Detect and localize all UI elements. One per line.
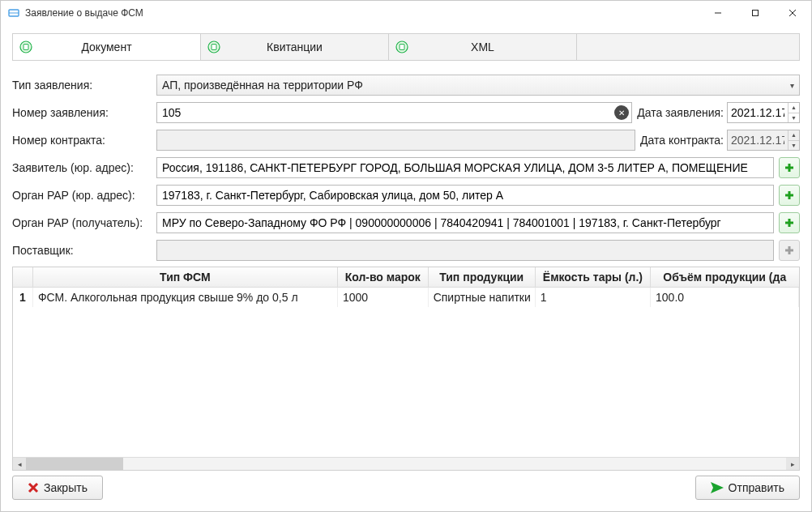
tab-label: Документ [81, 41, 131, 53]
svg-rect-11 [400, 45, 404, 50]
send-button[interactable]: Отправить [695, 476, 800, 500]
maximize-button[interactable] [737, 1, 774, 25]
label-app-number: Номер заявления: [12, 106, 152, 119]
minimize-button[interactable] [699, 1, 737, 25]
svg-rect-9 [212, 45, 216, 50]
send-button-label: Отправить [729, 481, 784, 494]
supplier-input[interactable] [156, 240, 774, 261]
contract-date-value[interactable] [728, 134, 788, 147]
clear-icon[interactable]: ✕ [614, 105, 629, 120]
cell-type-fsm: ФСМ. Алкогольная продукция свыше 9% до 0… [32, 288, 337, 308]
col-rownum [13, 267, 32, 288]
chevron-down-icon[interactable]: ▼ [788, 141, 799, 151]
label-app-type: Тип заявления: [12, 79, 152, 92]
svg-rect-7 [24, 45, 28, 50]
scrollbar-thumb[interactable] [26, 458, 123, 470]
cell-prod-type: Спиртные напитки [428, 288, 535, 308]
label-rar-addr: Орган РАР (юр. адрес): [12, 189, 152, 202]
rar-recipient-input[interactable] [156, 212, 774, 233]
add-rar-recipient-button[interactable] [779, 212, 800, 233]
window-title: Заявление о выдаче ФСМ [25, 7, 699, 19]
svg-rect-3 [753, 11, 759, 16]
add-rar-addr-button[interactable] [779, 185, 800, 206]
date-spinner[interactable]: ▲▼ [788, 103, 799, 122]
titlebar: Заявление о выдаче ФСМ [1, 1, 811, 25]
scroll-left-icon[interactable]: ◂ [13, 458, 26, 470]
col-capacity[interactable]: Ёмкость тары (л.) [535, 267, 650, 288]
scroll-right-icon[interactable]: ▸ [786, 458, 799, 470]
label-applicant: Заявитель (юр. адрес): [12, 161, 152, 174]
cell-qty: 1000 [337, 288, 428, 308]
chevron-up-icon[interactable]: ▲ [788, 103, 799, 113]
date-spinner[interactable]: ▲▼ [788, 130, 799, 150]
send-icon [711, 482, 724, 493]
doc-icon [207, 41, 220, 53]
client-area: Документ Квитанции XML Тип заявления: АП… [1, 25, 811, 511]
app-date-input[interactable]: ▲▼ [727, 102, 800, 123]
contract-number-input[interactable] [156, 130, 635, 151]
cell-rownum: 1 [13, 288, 32, 308]
tab-xml[interactable]: XML [389, 34, 577, 60]
label-supplier: Поставщик: [12, 244, 152, 257]
svg-marker-22 [711, 482, 724, 493]
close-icon [28, 482, 39, 493]
tab-receipts[interactable]: Квитанции [201, 34, 389, 60]
table-row[interactable]: 1 ФСМ. Алкогольная продукция свыше 9% до… [13, 288, 799, 308]
tabs: Документ Квитанции XML [12, 33, 800, 61]
col-type-fsm[interactable]: Тип ФСМ [32, 267, 337, 288]
label-contract-number: Номер контракта: [12, 134, 152, 147]
doc-icon [395, 41, 408, 53]
app-icon [7, 6, 20, 19]
fsm-table: Тип ФСМ Кол-во марок Тип продукции Ёмкос… [12, 267, 800, 471]
applicant-input[interactable] [156, 157, 774, 178]
chevron-down-icon[interactable]: ▼ [788, 113, 799, 123]
chevron-down-icon: ▾ [790, 81, 794, 90]
tab-label: XML [471, 41, 494, 53]
chevron-up-icon[interactable]: ▲ [788, 130, 799, 141]
doc-icon [19, 41, 32, 53]
close-window-button[interactable] [774, 1, 811, 25]
contract-date-input[interactable]: ▲▼ [727, 130, 800, 151]
rar-addr-input[interactable] [156, 185, 774, 206]
add-supplier-button [779, 240, 800, 261]
window: Заявление о выдаче ФСМ Документ Квитанци… [0, 0, 812, 512]
app-type-value: АП, произведённая на территории РФ [162, 79, 363, 92]
tab-label: Квитанции [267, 41, 323, 53]
col-qty[interactable]: Кол-во марок [337, 267, 428, 288]
label-contract-date: Дата контракта: [640, 134, 724, 147]
add-applicant-button[interactable] [779, 157, 800, 178]
horizontal-scrollbar[interactable]: ◂ ▸ [13, 457, 799, 470]
tab-document[interactable]: Документ [13, 34, 201, 60]
close-button[interactable]: Закрыть [12, 476, 103, 500]
cell-capacity: 1 [535, 288, 650, 308]
app-date-value[interactable] [728, 106, 788, 119]
cell-volume: 100.0 [651, 288, 799, 308]
close-button-label: Закрыть [44, 481, 88, 494]
label-rar-recipient: Орган РАР (получатель): [12, 216, 152, 229]
col-volume[interactable]: Объём продукции (да [651, 267, 799, 288]
footer: Закрыть Отправить [12, 476, 800, 500]
app-type-select[interactable]: АП, произведённая на территории РФ ▾ [156, 75, 800, 96]
app-number-input[interactable] [156, 102, 632, 123]
col-prod-type[interactable]: Тип продукции [428, 267, 535, 288]
label-app-date: Дата заявления: [637, 106, 724, 119]
